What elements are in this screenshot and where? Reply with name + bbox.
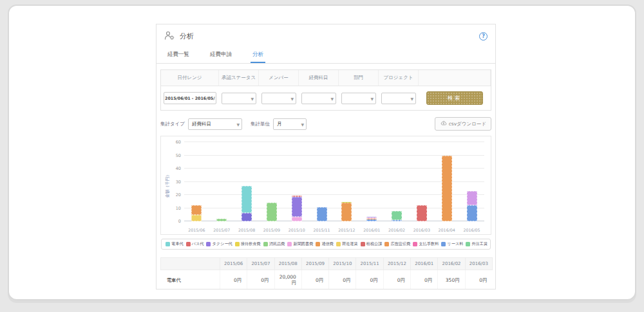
chevron-down-icon: ▼ bbox=[410, 96, 413, 100]
stacked-bar bbox=[392, 142, 402, 221]
amount-cell: 0円 bbox=[247, 270, 274, 290]
chevron-down-icon: ▼ bbox=[290, 96, 294, 100]
status-select-cell: ▼ bbox=[219, 93, 259, 104]
month-header-cell: 2015/07 bbox=[247, 258, 274, 270]
bar-segment bbox=[242, 213, 252, 221]
month-header-cell: 2015/10 bbox=[329, 258, 356, 270]
legend-item-租税公課[interactable]: 租税公課 bbox=[361, 241, 383, 247]
legend-item-接待飲食費[interactable]: 接待飲食費 bbox=[235, 241, 261, 247]
legend-item-消耗品費[interactable]: 消耗品費 bbox=[263, 241, 285, 247]
chevron-down-icon: ▼ bbox=[301, 122, 304, 126]
legend-swatch bbox=[490, 242, 491, 246]
month-header-cell: 2016/01 bbox=[411, 258, 438, 270]
x-tick-label: 2015/10 bbox=[284, 228, 309, 232]
x-tick-label: 2015/07 bbox=[209, 228, 234, 232]
x-tick-label: 2016/02 bbox=[384, 228, 410, 232]
csv-download-button[interactable]: csvダウンロード bbox=[435, 117, 491, 131]
bar-segment bbox=[417, 205, 427, 221]
x-axis-labels: 2015/062015/072015/082015/092015/102015/… bbox=[184, 228, 484, 232]
plot-area: 0102030405060 bbox=[184, 142, 484, 221]
bar-slot-2015/06 bbox=[184, 142, 209, 221]
date-range-input[interactable] bbox=[164, 92, 216, 104]
filter-column-label: 経費科目 bbox=[299, 70, 339, 86]
bar-segment bbox=[442, 156, 452, 222]
member-select[interactable]: ▼ bbox=[261, 93, 296, 104]
agg-type-label: 集計タイプ bbox=[160, 121, 185, 127]
legend-swatch bbox=[384, 242, 389, 246]
status-select[interactable]: ▼ bbox=[222, 93, 256, 104]
bar-slot-2015/07 bbox=[209, 142, 234, 221]
chevron-down-icon: ▼ bbox=[236, 122, 240, 126]
legend-label: 支払手数料 bbox=[419, 241, 439, 247]
legend-item-リース料[interactable]: リース料 bbox=[441, 241, 463, 247]
filter-body: 検索 ▼▼▼▼▼ bbox=[161, 86, 491, 110]
agg-unit-select[interactable]: 月 ▼ bbox=[273, 118, 307, 130]
legend-label: 広告宣伝費 bbox=[390, 241, 410, 247]
bar-slot-2016/04 bbox=[434, 142, 459, 221]
legend-item-支払手数料[interactable]: 支払手数料 bbox=[413, 241, 439, 247]
legend-item-通信費[interactable]: 通信費 bbox=[316, 241, 334, 247]
y-tick-label: 60 bbox=[176, 140, 181, 145]
project-select[interactable]: ▼ bbox=[381, 93, 416, 104]
amount-cell: 0円 bbox=[329, 270, 356, 290]
category-select-cell: ▼ bbox=[299, 93, 339, 104]
bar-segment bbox=[267, 203, 277, 221]
legend-swatch bbox=[316, 242, 320, 246]
y-tick-label: 10 bbox=[176, 206, 181, 211]
legend-label: 外注工賃 bbox=[471, 241, 488, 247]
department-select[interactable]: ▼ bbox=[341, 93, 376, 104]
legend-item-新聞図書費[interactable]: 新聞図書費 bbox=[287, 241, 313, 247]
bar-segment bbox=[467, 205, 477, 221]
amount-cell: 0円 bbox=[411, 270, 438, 290]
y-tick-label: 40 bbox=[176, 166, 181, 171]
legend-item-雑費[interactable]: 雑費 bbox=[490, 241, 491, 247]
month-header-cell: 2016/03 bbox=[465, 258, 492, 270]
expense-table: 2015/062015/072015/082015/092015/102015/… bbox=[160, 257, 493, 289]
legend-item-バス代[interactable]: バス代 bbox=[186, 241, 204, 247]
agg-type-select[interactable]: 経費科目 ▼ bbox=[188, 118, 242, 130]
help-icon[interactable]: ? bbox=[479, 32, 488, 41]
legend-label: 新聞図書費 bbox=[293, 241, 313, 247]
y-tick-label: 30 bbox=[176, 179, 181, 185]
panel-header: 分析 ? bbox=[156, 24, 495, 47]
bar-segment bbox=[242, 186, 252, 213]
legend-label: 消耗品費 bbox=[269, 241, 285, 247]
bar-segment bbox=[216, 219, 227, 221]
amount-cell: 350円 bbox=[438, 270, 465, 290]
stacked-bar bbox=[267, 142, 277, 221]
legend-swatch bbox=[186, 242, 191, 246]
bar-segment bbox=[191, 205, 202, 214]
amount-cell: 0円 bbox=[465, 270, 492, 290]
stacked-bar bbox=[442, 142, 452, 221]
legend-item-外注工賃[interactable]: 外注工賃 bbox=[466, 241, 488, 247]
category-select[interactable]: ▼ bbox=[301, 93, 336, 104]
stacked-bar bbox=[292, 142, 302, 221]
x-tick-label: 2015/06 bbox=[184, 228, 209, 232]
tab-3[interactable]: 分析 bbox=[251, 47, 265, 63]
legend-label: バス代 bbox=[192, 241, 204, 247]
bar-segment bbox=[292, 197, 302, 217]
legend-item-タクシー代[interactable]: タクシー代 bbox=[206, 241, 232, 247]
y-axis-label: 金額（千円） bbox=[165, 167, 171, 203]
legend-swatch bbox=[287, 242, 292, 246]
filter-column-label: 部門 bbox=[339, 70, 379, 86]
tab-1[interactable]: 経費一覧 bbox=[166, 47, 191, 63]
expense-bar-chart: 金額（千円） 0102030405060 2015/062015/072015/… bbox=[160, 136, 491, 235]
tab-2[interactable]: 経費申請 bbox=[208, 47, 234, 63]
stacked-bar bbox=[341, 142, 352, 221]
legend-label: 電車代 bbox=[171, 241, 184, 247]
bars bbox=[184, 142, 484, 221]
legend-item-荷造運賃[interactable]: 荷造運賃 bbox=[336, 241, 358, 247]
amount-cell: 20,000円 bbox=[274, 270, 301, 290]
member-select-cell: ▼ bbox=[259, 93, 299, 104]
table-header: 2015/062015/072015/082015/092015/102015/… bbox=[161, 258, 493, 270]
search-button[interactable]: 検索 bbox=[426, 91, 483, 105]
bar-segment bbox=[366, 219, 377, 221]
legend-item-広告宣伝費[interactable]: 広告宣伝費 bbox=[384, 241, 410, 247]
agg-unit-label: 集計単位 bbox=[251, 121, 270, 127]
controls-row: 集計タイプ 経費科目 ▼ 集計単位 月 ▼ csvダウンロード bbox=[160, 117, 491, 131]
page-title: 分析 bbox=[180, 32, 194, 41]
month-header-cell: 2015/11 bbox=[356, 258, 383, 270]
search-cell: 検索 bbox=[419, 91, 491, 105]
legend-item-電車代[interactable]: 電車代 bbox=[166, 241, 184, 247]
